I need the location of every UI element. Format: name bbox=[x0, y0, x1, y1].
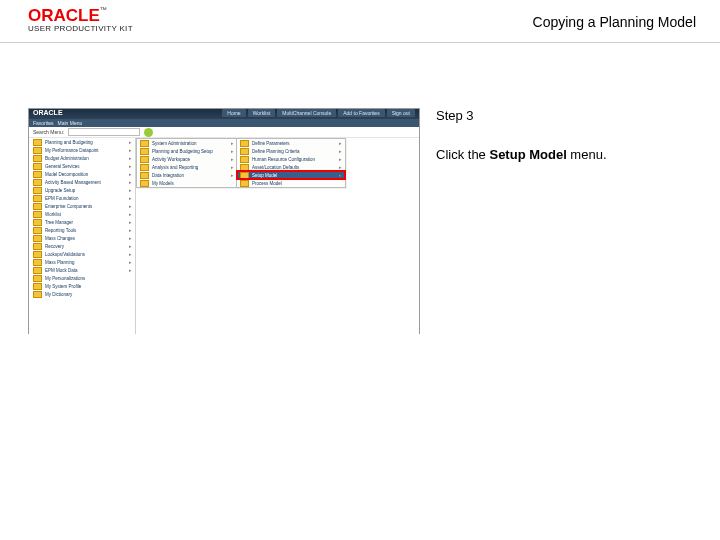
nav-worklist[interactable]: Worklist bbox=[248, 109, 276, 117]
flyout-item-label: Analysis and Reporting bbox=[152, 165, 198, 170]
folder-icon bbox=[33, 283, 42, 290]
tree-item-label: Model Decomposition bbox=[45, 172, 88, 177]
tree-item-label: My Performance Datapoint bbox=[45, 148, 99, 153]
chevron-right-icon: ▸ bbox=[129, 227, 132, 233]
flyout-item[interactable]: Analysis and Reporting▸ bbox=[137, 163, 237, 171]
tree-item[interactable]: Mass Changes▸ bbox=[29, 234, 135, 242]
tree-item[interactable]: Activity Based Management▸ bbox=[29, 178, 135, 186]
tree-item-label: Activity Based Management bbox=[45, 180, 101, 185]
flyout-item-label: Human Resource Configuration bbox=[252, 157, 315, 162]
tree-item[interactable]: General Services▸ bbox=[29, 162, 135, 170]
flyout-area: System Administration▸ Planning and Budg… bbox=[136, 138, 419, 334]
flyout-item[interactable]: System Administration▸ bbox=[137, 139, 237, 147]
flyout-item[interactable]: Human Resource Configuration▸ bbox=[237, 155, 345, 163]
tree-item-label: Reporting Tools bbox=[45, 228, 76, 233]
app-topbar: ORACLE Home Worklist MultiChannel Consol… bbox=[29, 109, 419, 119]
flyout-item[interactable]: Activity Workspace▸ bbox=[137, 155, 237, 163]
tree-item[interactable]: Reporting Tools▸ bbox=[29, 226, 135, 234]
tree-item[interactable]: Recovery▸ bbox=[29, 242, 135, 250]
tree-item[interactable]: Planning and Budgeting▸ bbox=[29, 138, 135, 146]
chevron-right-icon: ▸ bbox=[231, 156, 234, 162]
tree-item-label: My Dictionary bbox=[45, 292, 72, 297]
search-input[interactable] bbox=[68, 128, 140, 136]
folder-icon bbox=[33, 267, 42, 274]
flyout-item-label: My Models bbox=[152, 181, 174, 186]
flyout-item[interactable]: Process Model bbox=[237, 179, 345, 187]
folder-icon bbox=[33, 235, 42, 242]
menu-favorites[interactable]: Favorites bbox=[33, 120, 54, 126]
instruction-body: Click the Setup Model menu. bbox=[436, 147, 676, 162]
folder-icon bbox=[33, 291, 42, 298]
folder-icon bbox=[240, 156, 249, 163]
flyout-item-label: Asset/Location Defaults bbox=[252, 165, 299, 170]
flyout-item[interactable]: My Models bbox=[137, 179, 237, 187]
chevron-right-icon: ▸ bbox=[129, 243, 132, 249]
instruction-panel: Step 3 Click the Setup Model menu. bbox=[436, 108, 676, 162]
folder-icon bbox=[140, 164, 149, 171]
instruction-bold: Setup Model bbox=[489, 147, 566, 162]
tree-item[interactable]: My Personalizations bbox=[29, 274, 135, 282]
step-label: Step 3 bbox=[436, 108, 676, 123]
chevron-right-icon: ▸ bbox=[231, 148, 234, 154]
menu-main[interactable]: Main Menu bbox=[58, 120, 83, 126]
folder-icon bbox=[240, 148, 249, 155]
tree-item[interactable]: Tree Manager▸ bbox=[29, 218, 135, 226]
folder-icon bbox=[33, 275, 42, 282]
folder-icon bbox=[140, 180, 149, 187]
flyout-item[interactable]: Planning and Budgeting Setup▸ bbox=[137, 147, 237, 155]
flyout-item-setup-model[interactable]: Setup Model▸ bbox=[237, 171, 345, 179]
chevron-right-icon: ▸ bbox=[339, 148, 342, 154]
chevron-right-icon: ▸ bbox=[339, 140, 342, 146]
tree-item[interactable]: Enterprise Components▸ bbox=[29, 202, 135, 210]
folder-icon bbox=[33, 155, 42, 162]
tree-item[interactable]: My Dictionary bbox=[29, 290, 135, 298]
folder-icon bbox=[33, 179, 42, 186]
search-go-icon[interactable] bbox=[144, 128, 153, 137]
tree-item[interactable]: Budget Administration▸ bbox=[29, 154, 135, 162]
flyout-item[interactable]: Asset/Location Defaults▸ bbox=[237, 163, 345, 171]
chevron-right-icon: ▸ bbox=[129, 235, 132, 241]
tree-item[interactable]: EPM Foundation▸ bbox=[29, 194, 135, 202]
tree-item[interactable]: Lookups/Validations▸ bbox=[29, 250, 135, 258]
folder-icon bbox=[33, 187, 42, 194]
folder-icon bbox=[33, 227, 42, 234]
flyout-item-label: Setup Model bbox=[252, 173, 277, 178]
nav-home[interactable]: Home bbox=[222, 109, 245, 117]
folder-icon bbox=[140, 156, 149, 163]
tree-item[interactable]: My Performance Datapoint▸ bbox=[29, 146, 135, 154]
tree-item[interactable]: Model Decomposition▸ bbox=[29, 170, 135, 178]
chevron-right-icon: ▸ bbox=[129, 251, 132, 257]
tree-item[interactable]: My System Profile bbox=[29, 282, 135, 290]
instruction-suffix: menu. bbox=[567, 147, 607, 162]
nav-favorites[interactable]: Add to Favorites bbox=[338, 109, 384, 117]
search-label: Search Menu: bbox=[33, 129, 64, 135]
flyout-item-label: System Administration bbox=[152, 141, 197, 146]
nav-console[interactable]: MultiChannel Console bbox=[277, 109, 336, 117]
tree-item-label: My Personalizations bbox=[45, 276, 85, 281]
flyout-item-label: Planning and Budgeting Setup bbox=[152, 149, 213, 154]
chevron-right-icon: ▸ bbox=[129, 179, 132, 185]
tree-item[interactable]: Upgrade Setup▸ bbox=[29, 186, 135, 194]
tree-item[interactable]: EPM Mock Data▸ bbox=[29, 266, 135, 274]
folder-icon bbox=[33, 147, 42, 154]
chevron-right-icon: ▸ bbox=[129, 171, 132, 177]
logo-tm: ™ bbox=[100, 6, 107, 13]
nav-signout[interactable]: Sign out bbox=[387, 109, 415, 117]
tree-item-label: Mass Planning bbox=[45, 260, 75, 265]
folder-icon bbox=[33, 251, 42, 258]
tree-item[interactable]: Mass Planning▸ bbox=[29, 258, 135, 266]
tree-item-label: Budget Administration bbox=[45, 156, 89, 161]
tree-item[interactable]: Worklist▸ bbox=[29, 210, 135, 218]
flyout-level-2: Define Parameters▸ Define Planning Crite… bbox=[236, 138, 346, 188]
search-row: Search Menu: bbox=[29, 127, 419, 138]
folder-icon bbox=[33, 211, 42, 218]
page-title: Copying a Planning Model bbox=[533, 14, 696, 30]
chevron-right-icon: ▸ bbox=[339, 164, 342, 170]
tree-item-label: Lookups/Validations bbox=[45, 252, 85, 257]
logo-subtitle: USER PRODUCTIVITY KIT bbox=[28, 24, 133, 33]
chevron-right-icon: ▸ bbox=[129, 147, 132, 153]
flyout-item[interactable]: Define Parameters▸ bbox=[237, 139, 345, 147]
flyout-item[interactable]: Data Integration▸ bbox=[137, 171, 237, 179]
flyout-item[interactable]: Define Planning Criteria▸ bbox=[237, 147, 345, 155]
oracle-logo: ORACLE™ USER PRODUCTIVITY KIT bbox=[28, 6, 133, 33]
